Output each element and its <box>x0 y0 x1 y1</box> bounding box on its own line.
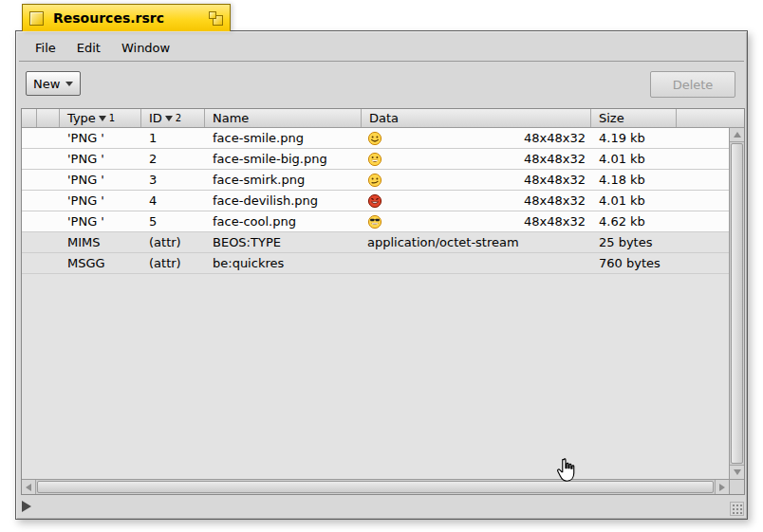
horizontal-scrollbar[interactable] <box>22 479 729 494</box>
scroll-left-button[interactable] <box>22 480 36 494</box>
cell-name: face-cool.png <box>205 214 362 229</box>
cell-data-text: application/octet-stream <box>367 235 519 249</box>
table-row[interactable]: 'PNG ' 5 face-cool.png 48x48x32 4.62 kb <box>22 211 729 232</box>
header-type[interactable]: Type 1 <box>60 109 141 127</box>
list-body: 'PNG ' 1 face-smile.png 48x48x32 4.19 kb… <box>22 128 729 479</box>
cell-type: MSGG <box>60 256 141 270</box>
face-devilish-icon <box>367 193 382 209</box>
cell-size: 4.18 kb <box>591 173 677 187</box>
cell-id: 2 <box>141 152 205 166</box>
cell-data-dims: 48x48x32 <box>524 193 586 208</box>
zoom-button[interactable] <box>209 11 223 26</box>
face-smile-big-icon <box>367 152 382 167</box>
face-smirk-icon <box>367 173 382 188</box>
cell-data: 48x48x32 <box>362 152 591 167</box>
cell-name: face-smile.png <box>205 131 362 145</box>
sort-down-icon <box>99 116 106 121</box>
window-title: Resources.rsrc <box>53 10 164 26</box>
delete-button-label: Delete <box>673 78 714 92</box>
header-blank-2[interactable] <box>37 109 60 127</box>
menu-edit[interactable]: Edit <box>66 37 111 59</box>
vertical-scroll-thumb[interactable] <box>731 143 743 464</box>
cell-type: 'PNG ' <box>60 173 141 187</box>
scroll-up-button[interactable] <box>730 128 744 142</box>
resource-list: Type 1 ID 2 Name Data Size <box>21 108 745 495</box>
header-id[interactable]: ID 2 <box>141 109 205 127</box>
cell-id: (attr) <box>141 235 205 249</box>
new-button[interactable]: New <box>26 71 81 96</box>
menu-file[interactable]: File <box>25 37 66 59</box>
cell-name: face-smirk.png <box>205 173 362 187</box>
expander-triangle-icon[interactable] <box>22 501 31 512</box>
cell-data: 48x48x32 <box>362 193 591 209</box>
cell-data-dims: 48x48x32 <box>524 152 586 166</box>
cell-data: 48x48x32 <box>362 131 591 146</box>
menu-bar: File Edit Window <box>19 34 744 62</box>
cell-name: face-smile-big.png <box>205 152 362 166</box>
header-size-label: Size <box>599 111 624 125</box>
list-header: Type 1 ID 2 Name Data Size <box>22 109 744 128</box>
header-data[interactable]: Data <box>362 109 591 127</box>
arrow-down-icon <box>734 469 741 475</box>
face-cool-icon <box>367 214 382 229</box>
resize-grip[interactable] <box>730 502 744 516</box>
arrow-left-icon <box>26 484 31 491</box>
header-size[interactable]: Size <box>591 109 677 127</box>
delete-button[interactable]: Delete <box>650 71 735 98</box>
cell-type: 'PNG ' <box>60 152 141 166</box>
zoom-small-square-icon <box>209 11 216 19</box>
horizontal-scroll-thumb[interactable] <box>37 481 714 493</box>
sort-order: 2 <box>176 114 181 123</box>
scroll-right-button[interactable] <box>715 480 729 494</box>
table-row[interactable]: 'PNG ' 3 face-smirk.png 48x48x32 4.18 kb <box>22 170 729 191</box>
table-row[interactable]: MIMS (attr) BEOS:TYPE application/octet-… <box>22 232 729 253</box>
close-button[interactable] <box>29 11 44 26</box>
table-row[interactable]: 'PNG ' 4 face-devilish.png 48x48x32 4.01… <box>22 191 729 211</box>
cell-id: 4 <box>141 193 205 208</box>
cell-size: 4.19 kb <box>591 131 677 145</box>
cell-type: 'PNG ' <box>60 214 141 229</box>
scrollbar-corner <box>729 479 744 494</box>
cell-id: (attr) <box>141 256 205 270</box>
cell-size: 25 bytes <box>591 235 677 249</box>
vertical-scrollbar[interactable] <box>729 128 744 479</box>
cell-name: BEOS:TYPE <box>205 235 362 249</box>
header-name[interactable]: Name <box>205 109 362 127</box>
scroll-down-button[interactable] <box>730 465 744 479</box>
cell-type: MIMS <box>60 235 141 249</box>
sort-down-icon <box>165 116 173 121</box>
table-row[interactable]: MSGG (attr) be:quickres 760 bytes <box>22 253 729 274</box>
cell-data-dims: 48x48x32 <box>524 131 586 145</box>
cell-size: 4.01 kb <box>591 193 677 208</box>
cell-data: application/octet-stream <box>362 235 591 249</box>
menu-window[interactable]: Window <box>111 37 180 59</box>
cell-id: 3 <box>141 173 205 187</box>
cell-data: 48x48x32 <box>362 173 591 188</box>
cell-size: 4.62 kb <box>591 214 677 229</box>
header-blank-1[interactable] <box>22 109 37 127</box>
cell-id: 5 <box>141 214 205 229</box>
cell-name: face-devilish.png <box>205 193 362 208</box>
header-id-label: ID <box>149 111 162 125</box>
table-row[interactable]: 'PNG ' 1 face-smile.png 48x48x32 4.19 kb <box>22 128 729 149</box>
window-title-tab[interactable]: Resources.rsrc <box>22 4 231 31</box>
table-row[interactable]: 'PNG ' 2 face-smile-big.png 48x48x32 4.0… <box>22 149 729 170</box>
cell-data-dims: 48x48x32 <box>524 214 586 229</box>
cell-type: 'PNG ' <box>60 193 141 208</box>
cell-data: 48x48x32 <box>362 214 591 229</box>
cell-name: be:quickres <box>205 256 362 270</box>
chevron-down-icon <box>65 82 73 86</box>
cell-data-dims: 48x48x32 <box>524 173 586 187</box>
cell-size: 4.01 kb <box>591 152 677 166</box>
header-name-label: Name <box>213 111 249 125</box>
cell-type: 'PNG ' <box>60 131 141 145</box>
new-button-label: New <box>33 77 60 91</box>
header-blank-3 <box>677 109 744 127</box>
sort-order: 1 <box>109 114 115 123</box>
cell-id: 1 <box>141 131 205 145</box>
cell-size: 760 bytes <box>591 256 677 270</box>
arrow-right-icon <box>719 484 725 491</box>
arrow-up-icon <box>734 132 741 138</box>
header-data-label: Data <box>369 111 399 125</box>
app-window: File Edit Window New Delete Type 1 ID 2 <box>15 30 748 520</box>
